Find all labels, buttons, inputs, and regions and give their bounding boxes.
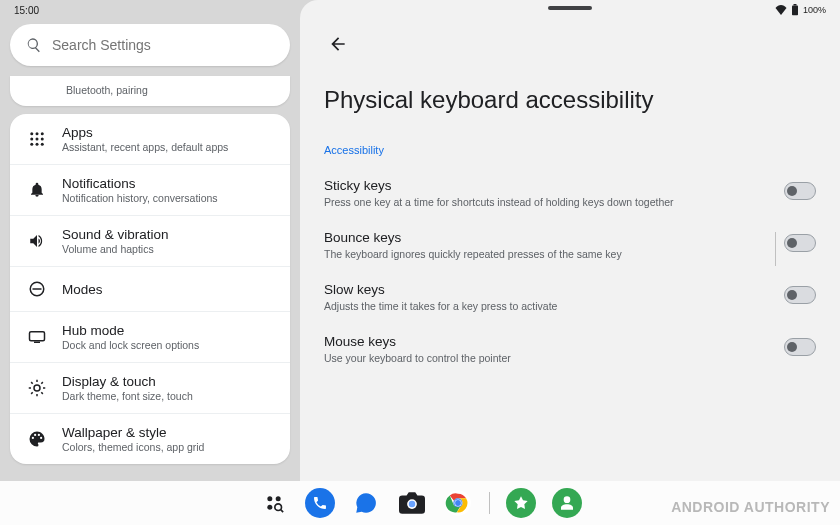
brightness-icon [26,377,48,399]
option-title: Bounce keys [324,230,622,245]
toggle-mouse-keys[interactable] [784,338,816,356]
content-area: Bluetooth, pairing Apps Assistant, recen… [0,0,840,525]
sidebar-item-subtitle: Notification history, conversations [62,192,218,204]
sidebar-item-notifications[interactable]: Notifications Notification history, conv… [10,165,290,216]
back-button[interactable] [324,30,352,58]
volume-icon [26,230,48,252]
svg-point-15 [34,385,40,391]
svg-point-4 [41,132,44,135]
option-subtitle: The keyboard ignores quickly repeated pr… [324,248,622,260]
settings-sidebar: Bluetooth, pairing Apps Assistant, recen… [0,0,300,525]
svg-point-2 [30,132,33,135]
sidebar-item-connected-stub[interactable]: Bluetooth, pairing [10,76,290,106]
page-title: Physical keyboard accessibility [324,86,816,114]
toggle-bounce-keys[interactable] [784,234,816,252]
sidebar-item-apps[interactable]: Apps Assistant, recent apps, default app… [10,114,290,165]
sidebar-item-subtitle: Dark theme, font size, touch [62,390,193,402]
svg-point-7 [41,138,44,141]
svg-point-26 [267,505,272,510]
recent-app-2-icon[interactable] [552,488,582,518]
sidebar-item-title: Display & touch [62,374,193,389]
status-right: 100% [775,4,826,16]
search-input[interactable] [52,37,274,53]
svg-point-6 [36,138,39,141]
sidebar-item-title: Sound & vibration [62,227,169,242]
tablet-screen: 15:00 100% Bluetooth, pairing [0,0,840,525]
apps-icon [26,128,48,150]
settings-list: Apps Assistant, recent apps, default app… [10,114,290,464]
svg-line-21 [41,392,43,394]
taskbar-separator [489,492,490,514]
svg-point-10 [41,143,44,146]
svg-line-20 [31,382,33,384]
sidebar-item-subtitle: Assistant, recent apps, default apps [62,141,228,153]
sidebar-item-title: Wallpaper & style [62,425,204,440]
modes-icon [26,278,48,300]
messages-app-icon[interactable] [351,488,381,518]
svg-point-25 [275,496,280,501]
svg-point-30 [408,501,415,508]
svg-point-5 [30,138,33,141]
option-subtitle: Adjusts the time it takes for a key pres… [324,300,557,312]
hub-mode-icon [26,326,48,348]
sidebar-item-title: Notifications [62,176,218,191]
detail-pane: Physical keyboard accessibility Accessib… [300,0,840,525]
toggle-sticky-keys[interactable] [784,182,816,200]
arrow-back-icon [328,34,348,54]
option-title: Slow keys [324,282,557,297]
app-drawer-button[interactable] [259,488,289,518]
toggle-slow-keys[interactable] [784,286,816,304]
option-sticky-keys[interactable]: Sticky keys Press one key at a time for … [324,178,816,208]
sidebar-item-subtitle: Colors, themed icons, app grid [62,441,204,453]
svg-point-24 [267,496,272,501]
sidebar-item-subtitle: Bluetooth, pairing [66,84,148,96]
sidebar-item-modes[interactable]: Modes [10,267,290,312]
watermark: ANDROID AUTHORITY [671,499,830,515]
svg-point-3 [36,132,39,135]
battery-icon [791,4,799,16]
sidebar-item-subtitle: Dock and lock screen options [62,339,199,351]
svg-point-27 [274,504,281,511]
svg-line-28 [280,510,283,513]
option-mouse-keys[interactable]: Mouse keys Use your keyboard to control … [324,334,816,364]
sidebar-item-title: Modes [62,282,103,297]
palette-icon [26,428,48,450]
battery-percent: 100% [803,5,826,15]
option-slow-keys[interactable]: Slow keys Adjusts the time it takes for … [324,282,816,312]
svg-rect-1 [793,4,796,6]
option-bounce-keys[interactable]: Bounce keys The keyboard ignores quickly… [324,230,816,260]
svg-line-23 [41,382,43,384]
option-subtitle: Use your keyboard to control the pointer [324,352,511,364]
chrome-app-icon[interactable] [443,488,473,518]
svg-point-9 [36,143,39,146]
sidebar-item-display[interactable]: Display & touch Dark theme, font size, t… [10,363,290,414]
svg-rect-0 [792,6,798,16]
camera-app-icon[interactable] [397,488,427,518]
section-label: Accessibility [324,144,816,156]
sidebar-item-subtitle: Volume and haptics [62,243,169,255]
search-settings[interactable] [10,24,290,66]
phone-app-icon[interactable] [305,488,335,518]
svg-rect-13 [30,332,45,341]
sidebar-item-wallpaper[interactable]: Wallpaper & style Colors, themed icons, … [10,414,290,464]
wifi-icon [775,5,787,15]
option-title: Mouse keys [324,334,511,349]
option-title: Sticky keys [324,178,674,193]
option-subtitle: Press one key at a time for shortcuts in… [324,196,674,208]
sidebar-item-sound[interactable]: Sound & vibration Volume and haptics [10,216,290,267]
status-time: 15:00 [14,5,39,16]
sidebar-item-hub-mode[interactable]: Hub mode Dock and lock screen options [10,312,290,363]
sidebar-item-title: Apps [62,125,228,140]
recent-app-1-icon[interactable] [506,488,536,518]
sidebar-item-title: Hub mode [62,323,199,338]
svg-point-8 [30,143,33,146]
svg-line-22 [31,392,33,394]
search-icon [26,37,42,53]
bell-icon [26,179,48,201]
svg-point-33 [455,500,461,506]
option-divider [775,232,776,266]
status-bar: 15:00 100% [0,0,840,20]
